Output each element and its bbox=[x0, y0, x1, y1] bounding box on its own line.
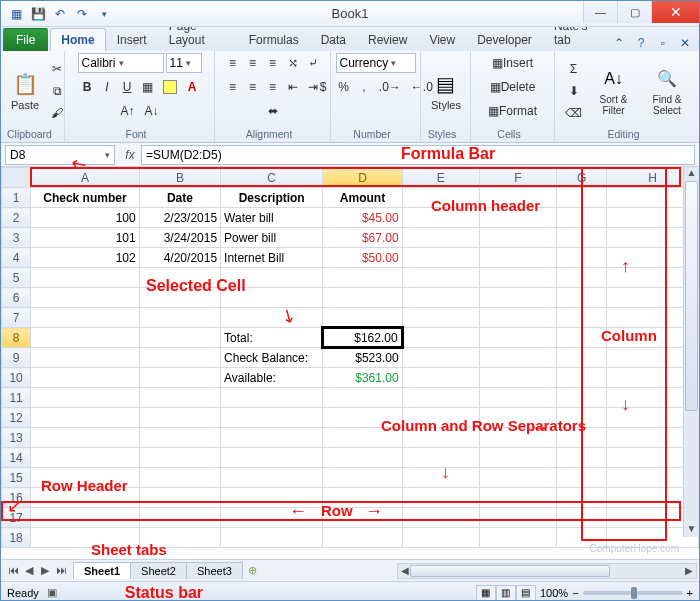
row-header-14[interactable]: 14 bbox=[2, 448, 31, 468]
cell-D8[interactable]: $162.00 bbox=[323, 328, 402, 348]
merge-center-icon[interactable]: ⬌ bbox=[264, 101, 282, 121]
name-box[interactable]: D8▾ bbox=[5, 145, 115, 165]
sheet-tab-2[interactable]: Sheet2 bbox=[130, 562, 187, 579]
col-header-A[interactable]: A bbox=[31, 168, 140, 188]
italic-button[interactable]: I bbox=[98, 77, 116, 97]
row-header-18[interactable]: 18 bbox=[2, 528, 31, 548]
format-cells-button[interactable]: ▦ Format bbox=[484, 101, 541, 121]
align-middle-icon[interactable]: ≡ bbox=[244, 53, 262, 73]
find-select-button[interactable]: 🔍 Find & Select bbox=[641, 64, 693, 118]
cell-C4[interactable]: Internet Bill bbox=[221, 248, 323, 268]
font-color-button[interactable]: A bbox=[183, 77, 201, 97]
cell-D9[interactable]: $523.00 bbox=[323, 348, 402, 368]
cell-C10[interactable]: Available: bbox=[221, 368, 323, 388]
styles-button[interactable]: ▤ Styles bbox=[427, 69, 465, 113]
next-sheet-icon[interactable]: ▶ bbox=[37, 564, 53, 577]
row-header-2[interactable]: 2 bbox=[2, 208, 31, 228]
zoom-in-icon[interactable]: + bbox=[687, 587, 693, 599]
cell-B3[interactable]: 3/24/2015 bbox=[139, 228, 220, 248]
font-family-combo[interactable]: Calibri▾ bbox=[78, 53, 164, 73]
scroll-up-icon[interactable]: ▲ bbox=[684, 167, 699, 181]
cell-C2[interactable]: Water bill bbox=[221, 208, 323, 228]
tab-developer[interactable]: Developer bbox=[466, 28, 543, 51]
minimize-button[interactable]: — bbox=[583, 1, 617, 23]
new-sheet-icon[interactable]: ⊕ bbox=[242, 564, 263, 577]
sheet-nav[interactable]: ⏮ ◀ ▶ ⏭ bbox=[1, 564, 73, 577]
cell-A2[interactable]: 100 bbox=[31, 208, 140, 228]
col-header-G[interactable]: G bbox=[557, 168, 607, 188]
view-buttons[interactable]: ▦ ▥ ▤ bbox=[476, 585, 536, 601]
cell-B4[interactable]: 4/20/2015 bbox=[139, 248, 220, 268]
increase-font-icon[interactable]: A↑ bbox=[116, 101, 138, 121]
macro-record-icon[interactable]: ▣ bbox=[47, 586, 57, 599]
scroll-right-icon[interactable]: ▶ bbox=[682, 565, 696, 576]
percent-icon[interactable]: % bbox=[334, 77, 353, 97]
qat-dropdown-icon[interactable]: ▾ bbox=[95, 5, 113, 23]
cell-B1[interactable]: Date bbox=[139, 188, 220, 208]
row-header-17[interactable]: 17 bbox=[2, 508, 31, 528]
align-right-icon[interactable]: ≡ bbox=[264, 77, 282, 97]
clear-icon[interactable]: ⌫ bbox=[561, 103, 586, 123]
row-header-8[interactable]: 8 bbox=[2, 328, 31, 348]
row-header-11[interactable]: 11 bbox=[2, 388, 31, 408]
tab-file[interactable]: File bbox=[3, 28, 48, 51]
sheet-tab-1[interactable]: Sheet1 bbox=[73, 562, 131, 579]
prev-sheet-icon[interactable]: ◀ bbox=[21, 564, 37, 577]
number-format-combo[interactable]: Currency▾ bbox=[336, 53, 416, 73]
border-button[interactable]: ▦ bbox=[138, 77, 157, 97]
autosum-icon[interactable]: Σ bbox=[561, 59, 586, 79]
row-header-1[interactable]: 1 bbox=[2, 188, 31, 208]
col-header-E[interactable]: E bbox=[402, 168, 479, 188]
zoom-level[interactable]: 100% bbox=[540, 587, 568, 599]
align-top-icon[interactable]: ≡ bbox=[224, 53, 242, 73]
cell-C1[interactable]: Description bbox=[221, 188, 323, 208]
align-left-icon[interactable]: ≡ bbox=[224, 77, 242, 97]
col-header-C[interactable]: C bbox=[221, 168, 323, 188]
zoom-slider[interactable] bbox=[583, 591, 683, 595]
normal-view-icon[interactable]: ▦ bbox=[476, 585, 496, 601]
delete-cells-button[interactable]: ▦ Delete bbox=[486, 77, 540, 97]
row-header-9[interactable]: 9 bbox=[2, 348, 31, 368]
comma-icon[interactable]: , bbox=[355, 77, 373, 97]
row-header-13[interactable]: 13 bbox=[2, 428, 31, 448]
cell-D3[interactable]: $67.00 bbox=[323, 228, 402, 248]
minimize-ribbon-icon[interactable]: ⌃ bbox=[611, 35, 627, 51]
align-center-icon[interactable]: ≡ bbox=[244, 77, 262, 97]
wrap-text-icon[interactable]: ⤶ bbox=[304, 53, 322, 73]
fill-icon[interactable]: ⬇ bbox=[561, 81, 586, 101]
vertical-scrollbar[interactable]: ▲ ▼ bbox=[683, 167, 699, 537]
insert-cells-button[interactable]: ▦ Insert bbox=[488, 53, 537, 73]
cell-C3[interactable]: Power bill bbox=[221, 228, 323, 248]
last-sheet-icon[interactable]: ⏭ bbox=[53, 564, 69, 577]
row-header-10[interactable]: 10 bbox=[2, 368, 31, 388]
currency-icon[interactable]: $ bbox=[314, 77, 332, 97]
fx-icon[interactable]: fx bbox=[119, 148, 141, 162]
fill-color-button[interactable] bbox=[159, 77, 181, 97]
sheet-tab-3[interactable]: Sheet3 bbox=[186, 562, 243, 579]
cell-A1[interactable]: Check number bbox=[31, 188, 140, 208]
scroll-thumb[interactable] bbox=[685, 181, 698, 411]
decrease-indent-icon[interactable]: ⇤ bbox=[284, 77, 302, 97]
tab-formulas[interactable]: Formulas bbox=[238, 28, 310, 51]
scroll-down-icon[interactable]: ▼ bbox=[684, 523, 699, 537]
zoom-out-icon[interactable]: − bbox=[572, 587, 578, 599]
horizontal-scrollbar[interactable]: ◀ ▶ bbox=[397, 563, 697, 579]
paste-button[interactable]: 📋 Paste bbox=[7, 69, 43, 113]
help-icon[interactable]: ? bbox=[633, 35, 649, 51]
cell-D10[interactable]: $361.00 bbox=[323, 368, 402, 388]
tab-home[interactable]: Home bbox=[50, 28, 105, 51]
decrease-font-icon[interactable]: A↓ bbox=[141, 101, 163, 121]
col-header-F[interactable]: F bbox=[479, 168, 556, 188]
tab-review[interactable]: Review bbox=[357, 28, 418, 51]
window-close-icon[interactable]: ✕ bbox=[677, 35, 693, 51]
tab-insert[interactable]: Insert bbox=[106, 28, 158, 51]
redo-icon[interactable]: ↷ bbox=[73, 5, 91, 23]
underline-button[interactable]: U bbox=[118, 77, 136, 97]
bold-button[interactable]: B bbox=[78, 77, 96, 97]
row-header-4[interactable]: 4 bbox=[2, 248, 31, 268]
font-size-combo[interactable]: 11▾ bbox=[166, 53, 202, 73]
col-header-D[interactable]: D bbox=[323, 168, 402, 188]
tab-view[interactable]: View bbox=[418, 28, 466, 51]
increase-decimal-icon[interactable]: .0→ bbox=[375, 77, 405, 97]
cell-C8[interactable]: Total: bbox=[221, 328, 323, 348]
